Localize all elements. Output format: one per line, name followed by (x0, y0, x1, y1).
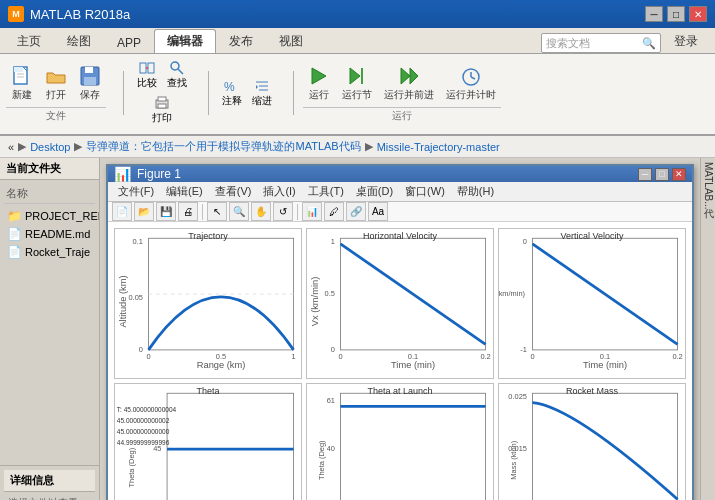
svg-text:0.2: 0.2 (480, 352, 490, 361)
figure-toolbar: 📄 📂 💾 🖨 ↖ 🔍 ✋ ↺ 📊 🖊 🔗 Aa (108, 202, 692, 222)
save-button[interactable]: 保存 (74, 62, 106, 105)
file-icon-2: 📄 (7, 227, 22, 241)
login-btn[interactable]: 登录 (661, 29, 711, 53)
figure-menu: 文件(F) 编辑(E) 查看(V) 插入(I) 工具(T) 桌面(D) 窗口(W… (108, 182, 692, 202)
fig-menu-window[interactable]: 窗口(W) (399, 182, 451, 201)
fig-tool-zoom[interactable]: 🔍 (229, 202, 249, 221)
file-section-label: 文件 (6, 107, 106, 123)
run-time-button[interactable]: 运行并计时 (441, 62, 501, 105)
path-bar: « ▶ Desktop ▶ 导弹弹道：它包括一个用于模拟导弹轨迹的MATLAB代… (0, 136, 715, 158)
comment-label: 注释 (222, 94, 242, 108)
fig-tool-open[interactable]: 📂 (134, 202, 154, 221)
file-item-1[interactable]: 📁 PROJECT_REP (4, 207, 95, 225)
figure-window-controls: ─ □ ✕ (638, 168, 686, 181)
fig-tool-new[interactable]: 📄 (112, 202, 132, 221)
svg-rect-7 (140, 63, 146, 73)
svg-text:Time (min): Time (min) (391, 360, 435, 370)
svg-rect-57 (167, 393, 293, 500)
plot-trajectory: Trajectory Altitude (km) Range (km) 0 0.… (114, 228, 302, 379)
tab-home[interactable]: 主页 (4, 29, 54, 53)
fig-tool-rotate[interactable]: ↺ (273, 202, 293, 221)
figure-title: Figure 1 (137, 167, 638, 181)
folder-icon-1: 📁 (7, 209, 22, 223)
svg-marker-24 (410, 68, 418, 84)
fig-tool-link[interactable]: 🔗 (346, 202, 366, 221)
svg-text:0.5: 0.5 (216, 352, 226, 361)
print-button[interactable]: 打印 (148, 93, 176, 127)
file-name-3: Rocket_Traje (25, 246, 90, 258)
tab-publish[interactable]: 发布 (216, 29, 266, 53)
run-button[interactable]: 运行 (303, 62, 335, 105)
figure-icon: 📊 (114, 166, 131, 182)
file-item-2[interactable]: 📄 README.md (4, 225, 95, 243)
run-advance-button[interactable]: 运行并前进 (379, 62, 439, 105)
tab-app[interactable]: APP (104, 32, 154, 53)
print-label: 打印 (152, 111, 172, 125)
svg-text:-1: -1 (520, 345, 527, 354)
toolbar: 新建 打开 保存 文件 比较 (0, 54, 715, 136)
file-name-2: README.md (25, 228, 90, 240)
search-box[interactable]: 搜索文档 🔍 (541, 33, 661, 53)
run-section-button[interactable]: 运行节 (337, 62, 377, 105)
new-button[interactable]: 新建 (6, 62, 38, 105)
svg-rect-70 (340, 393, 485, 500)
left-panel: 当前文件夹 名称 📁 PROJECT_REP 📄 README.md 📄 Roc… (0, 158, 100, 500)
fig-tool-brush[interactable]: 🖊 (324, 202, 344, 221)
run-label: 运行 (309, 88, 329, 102)
fig-menu-help[interactable]: 帮助(H) (451, 182, 500, 201)
run-advance-label: 运行并前进 (384, 88, 434, 102)
svg-rect-8 (148, 63, 154, 73)
fig-tool-save[interactable]: 💾 (156, 202, 176, 221)
app-title: MATLAB R2018a (30, 7, 645, 22)
open-button[interactable]: 打开 (40, 62, 72, 105)
svg-text:0.2: 0.2 (672, 352, 682, 361)
right-panel-label[interactable]: MATLAB代... (701, 158, 715, 214)
run-time-label: 运行并计时 (446, 88, 496, 102)
files-col-header: 名称 (4, 184, 95, 204)
fig-tool-cursor[interactable]: ↖ (207, 202, 227, 221)
fig-menu-view[interactable]: 查看(V) (209, 182, 258, 201)
find-button[interactable]: 查找 (163, 58, 191, 92)
edit-section: 比较 查找 打印 (133, 58, 191, 127)
details-panel: 详细信息 选择文件以查看 (0, 465, 99, 500)
tab-plot[interactable]: 绘图 (54, 29, 104, 53)
fig-menu-desktop[interactable]: 桌面(D) (350, 182, 399, 201)
svg-rect-14 (158, 104, 166, 108)
maximize-button[interactable]: □ (667, 6, 685, 22)
fig-tool-print[interactable]: 🖨 (178, 202, 198, 221)
fig-tool-data[interactable]: 📊 (302, 202, 322, 221)
indent-button[interactable]: 缩进 (248, 76, 276, 110)
file-item-3[interactable]: 📄 Rocket_Traje (4, 243, 95, 261)
fig-menu-edit[interactable]: 编辑(E) (160, 182, 209, 201)
fig-tool-annotate[interactable]: Aa (368, 202, 388, 221)
app-icon: M (8, 6, 24, 22)
fig-tool-pan[interactable]: ✋ (251, 202, 271, 221)
fig-menu-file[interactable]: 文件(F) (112, 182, 160, 201)
svg-text:Theta (Deg): Theta (Deg) (317, 440, 326, 480)
minimize-button[interactable]: ─ (645, 6, 663, 22)
tab-view[interactable]: 视图 (266, 29, 316, 53)
svg-text:0: 0 (338, 352, 342, 361)
svg-text:0: 0 (530, 352, 534, 361)
figure-minimize[interactable]: ─ (638, 168, 652, 181)
path-subfolder[interactable]: Missile-Trajectory-master (377, 141, 500, 153)
svg-rect-1 (14, 67, 23, 72)
comment-button[interactable]: % 注释 (218, 76, 246, 110)
close-button[interactable]: ✕ (689, 6, 707, 22)
compare-button[interactable]: 比较 (133, 58, 161, 92)
fig-menu-insert[interactable]: 插入(I) (257, 182, 301, 201)
window-controls: ─ □ ✕ (645, 6, 707, 22)
path-folder[interactable]: 导弹弹道：它包括一个用于模拟导弹轨迹的MATLAB代码 (86, 139, 360, 154)
figure-maximize[interactable]: □ (655, 168, 669, 181)
left-panel-content: 名称 📁 PROJECT_REP 📄 README.md 📄 Rocket_Tr… (0, 180, 99, 465)
plot-theta-launch-title: Theta at Launch (307, 386, 493, 396)
tab-editor[interactable]: 编辑器 (154, 29, 216, 53)
path-desktop[interactable]: Desktop (30, 141, 70, 153)
svg-point-10 (171, 62, 179, 70)
figure-close[interactable]: ✕ (672, 168, 686, 181)
nav-section: % 注释 缩进 (218, 76, 276, 110)
plot-trajectory-title: Trajectory (115, 231, 301, 241)
plot-vvel-svg: Time (min) 0 0.1 0.2 -1 0 Vy (km/min) (499, 229, 685, 378)
fig-menu-tools[interactable]: 工具(T) (302, 182, 350, 201)
plot-theta-title: Theta (115, 386, 301, 396)
